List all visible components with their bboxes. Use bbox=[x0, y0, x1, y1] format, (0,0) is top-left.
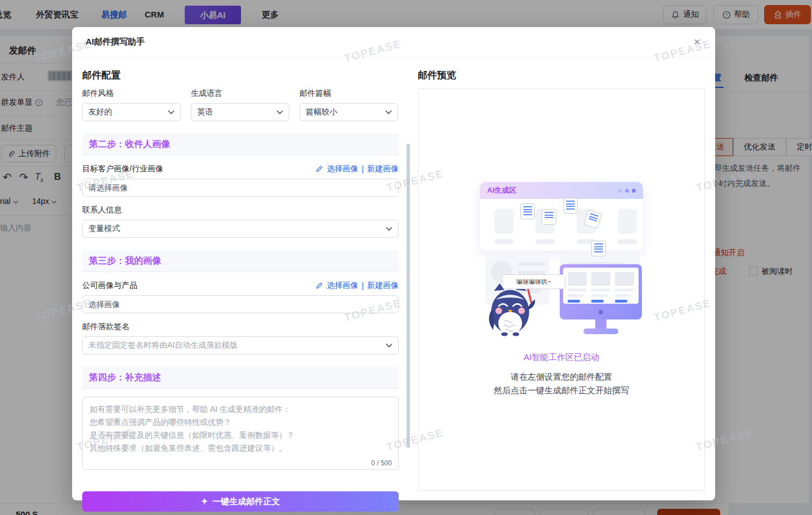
config-row: 邮件风格 友好的 生成语言 英语 邮件篇幅 bbox=[82, 88, 399, 121]
monitor-illustration bbox=[560, 264, 642, 334]
document-icon bbox=[520, 203, 535, 219]
extra-description-textarea[interactable] bbox=[82, 397, 399, 470]
style-label: 邮件风格 bbox=[82, 88, 181, 99]
edit-pencil-icon bbox=[315, 282, 323, 290]
chevron-down-icon bbox=[386, 227, 392, 231]
contact-mode-select[interactable]: 变量模式 bbox=[82, 220, 399, 238]
screen: 总览 外贸资讯宝 易搜邮 CRM 小易AI 更多 通知 ? 帮助 插件 发邮件 … bbox=[0, 0, 812, 515]
preview-hint: 请在左侧设置您的邮件配置 然后点击一键生成邮件正文开始撰写 bbox=[494, 370, 629, 397]
company-persona-input[interactable] bbox=[82, 295, 399, 313]
new-company-persona-link[interactable]: 新建画像 bbox=[367, 281, 399, 291]
style-select[interactable]: 友好的 bbox=[82, 103, 181, 121]
length-select[interactable]: 篇幅较小 bbox=[300, 103, 398, 121]
modal-title: AI邮件撰写助手 bbox=[86, 37, 145, 47]
signature-label: 邮件落款签名 bbox=[82, 322, 399, 332]
ai-zone-label: AI生成区 bbox=[487, 185, 516, 196]
persona-label: 目标客户画像/行业画像 bbox=[82, 164, 163, 174]
length-label: 邮件篇幅 bbox=[300, 88, 398, 99]
edit-pencil-icon bbox=[315, 165, 323, 173]
document-icon bbox=[591, 241, 606, 256]
modal-header: AI邮件撰写助手 bbox=[72, 27, 715, 57]
step2-header: 第二步：收件人画像 bbox=[82, 134, 399, 156]
ai-workspace-status: AI智能工作区已启动 bbox=[524, 352, 599, 363]
persona-input[interactable] bbox=[82, 179, 399, 197]
chevron-down-icon bbox=[385, 110, 392, 114]
link-separator: | bbox=[362, 165, 364, 174]
left-column-scrollbar[interactable] bbox=[407, 144, 410, 448]
company-label: 公司画像与产品 bbox=[82, 281, 137, 291]
document-icon bbox=[542, 209, 556, 225]
sparkle-icon: ✦ bbox=[201, 496, 208, 507]
ai-illustration: AI生成区 bbox=[480, 182, 643, 338]
owl-speech-bubble: 嘛咪嘛咪哄~ bbox=[502, 274, 565, 289]
preview-box: AI生成区 bbox=[418, 88, 705, 491]
link-separator: | bbox=[362, 281, 364, 290]
language-select[interactable]: 英语 bbox=[191, 103, 289, 121]
window-dots-icon bbox=[618, 189, 636, 193]
chevron-down-icon bbox=[168, 110, 175, 114]
step3-header: 第三步：我的画像 bbox=[82, 250, 399, 272]
signature-select[interactable]: 未指定固定签名时将由AI自动生成落款模版 bbox=[82, 336, 399, 354]
close-icon[interactable]: × bbox=[689, 34, 705, 50]
select-persona-link[interactable]: 选择画像 bbox=[327, 164, 358, 174]
char-counter: 0 / 500 bbox=[371, 459, 392, 467]
preview-title: 邮件预览 bbox=[418, 69, 705, 82]
ai-generate-window: AI生成区 bbox=[480, 182, 643, 251]
document-icon bbox=[563, 198, 578, 214]
ai-mail-assistant-modal: AI邮件撰写助手 × 邮件配置 邮件风格 友好的 生成语言 bbox=[72, 27, 715, 500]
chevron-down-icon bbox=[386, 343, 392, 348]
config-title: 邮件配置 bbox=[82, 69, 399, 82]
generate-mail-button[interactable]: ✦ 一键生成邮件正文 bbox=[82, 491, 399, 512]
contact-label: 联系人信息 bbox=[82, 205, 399, 215]
mail-preview-column: 邮件预览 AI生成区 bbox=[418, 57, 705, 512]
select-company-persona-link[interactable]: 选择画像 bbox=[327, 281, 358, 291]
mail-config-column: 邮件配置 邮件风格 友好的 生成语言 英语 bbox=[82, 57, 399, 512]
step4-header: 第四步：补充描述 bbox=[82, 367, 399, 389]
language-label: 生成语言 bbox=[191, 88, 289, 99]
chevron-down-icon bbox=[276, 110, 283, 114]
new-persona-link[interactable]: 新建画像 bbox=[367, 164, 399, 174]
owl-mascot-icon bbox=[481, 282, 539, 338]
